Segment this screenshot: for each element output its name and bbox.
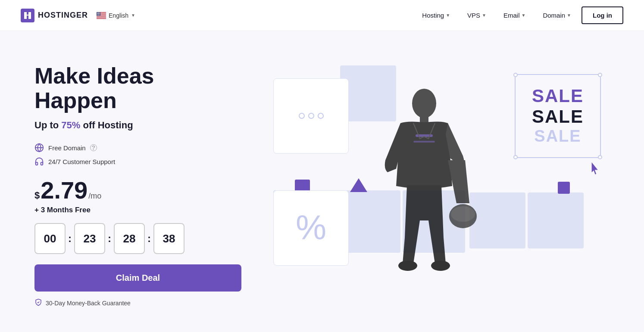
nav-email[interactable]: Email ▼ <box>497 8 532 22</box>
svg-point-26 <box>99 14 100 14</box>
language-chevron: ▼ <box>131 13 135 18</box>
person-svg <box>364 83 485 298</box>
nav-domain[interactable]: Domain ▼ <box>536 8 578 22</box>
language-label: English <box>109 12 128 19</box>
feature-domain-text: Free Domain <box>48 144 86 152</box>
svg-point-14 <box>97 12 98 13</box>
svg-rect-5 <box>97 16 106 16</box>
info-icon: ? <box>90 144 97 151</box>
subtitle-highlight: 75% <box>61 120 80 130</box>
svg-point-15 <box>98 12 98 13</box>
features-list: Free Domain ? 24/7 Customer Support <box>34 143 241 166</box>
navbar: HOSTINGER <box>0 0 644 31</box>
svg-point-41 <box>431 261 450 271</box>
headset-icon <box>34 157 44 166</box>
svg-point-29 <box>98 14 99 15</box>
svg-point-10 <box>98 12 98 12</box>
svg-point-28 <box>98 14 98 15</box>
hero-illustration: % SALE SALE SALE <box>273 65 610 307</box>
countdown-sep-1: : <box>68 233 72 245</box>
months-free: + 3 Months Free <box>34 206 241 214</box>
percent-symbol: % <box>296 211 326 245</box>
svg-point-25 <box>99 14 99 14</box>
svg-point-19 <box>98 13 98 14</box>
hero-section: Make Ideas Happen Up to 75% off Hosting … <box>0 31 644 332</box>
price-currency: $ <box>34 190 40 201</box>
navbar-left: HOSTINGER <box>21 9 135 22</box>
svg-rect-39 <box>420 115 428 123</box>
shield-icon <box>34 298 42 308</box>
dot-3 <box>318 113 324 119</box>
email-chevron: ▼ <box>522 13 526 18</box>
svg-point-30 <box>99 14 100 15</box>
domain-chevron: ▼ <box>567 13 571 18</box>
cursor-arrow-icon <box>590 162 602 177</box>
sale-line-2: SALE <box>532 106 584 127</box>
sale-line-3: SALE <box>534 127 581 146</box>
svg-point-12 <box>99 12 100 12</box>
svg-point-9 <box>97 12 97 12</box>
feature-support-text: 24/7 Customer Support <box>48 158 115 165</box>
svg-rect-45 <box>413 141 435 143</box>
svg-point-35 <box>99 15 100 15</box>
countdown-seconds: 28 <box>114 223 145 254</box>
svg-point-43 <box>451 206 475 222</box>
navbar-right: Hosting ▼ VPS ▼ Email ▼ Domain ▼ Log in <box>415 6 623 24</box>
svg-point-31 <box>100 14 100 15</box>
subtitle-prefix: Up to <box>34 120 61 130</box>
nav-vps[interactable]: VPS ▼ <box>460 8 493 22</box>
logo-icon <box>21 9 34 22</box>
logo[interactable]: HOSTINGER <box>21 9 88 22</box>
sale-corner-tr <box>598 73 602 77</box>
svg-point-40 <box>398 261 417 271</box>
hosting-chevron: ▼ <box>446 13 450 18</box>
svg-point-22 <box>100 13 100 14</box>
pricing: $ 2.79 /mo <box>34 178 241 202</box>
svg-rect-7 <box>97 18 106 18</box>
svg-point-11 <box>98 12 99 12</box>
svg-point-38 <box>412 89 436 118</box>
countdown-hours: 00 <box>34 223 66 254</box>
dot-1 <box>299 113 305 119</box>
deco-square-7 <box>528 192 584 248</box>
svg-point-33 <box>98 15 98 15</box>
hero-title: Make Ideas Happen <box>34 64 241 113</box>
price-period: /mo <box>88 192 101 201</box>
nav-hosting[interactable]: Hosting ▼ <box>415 8 457 22</box>
language-selector[interactable]: English ▼ <box>97 12 135 19</box>
countdown-sep-3: : <box>147 233 151 245</box>
countdown-sep-2: : <box>108 233 111 245</box>
person-illustration <box>334 65 515 298</box>
price-row: $ 2.79 /mo <box>34 178 241 202</box>
guarantee: 30-Day Money-Back Guarantee <box>34 298 241 308</box>
logo-text: HOSTINGER <box>38 11 88 20</box>
claim-deal-button[interactable]: Claim Deal <box>34 264 241 292</box>
subtitle-suffix: off Hosting <box>80 120 133 130</box>
hero-subtitle: Up to 75% off Hosting <box>34 120 241 131</box>
svg-point-21 <box>99 13 100 14</box>
svg-point-34 <box>99 15 99 15</box>
svg-point-24 <box>98 14 98 14</box>
sale-corner-br <box>598 155 602 159</box>
countdown-frames: 38 <box>153 223 184 254</box>
guarantee-text: 30-Day Money-Back Guarantee <box>46 300 131 307</box>
svg-point-20 <box>98 13 99 14</box>
feature-domain: Free Domain ? <box>34 143 241 152</box>
browser-dots <box>299 113 324 119</box>
feature-support: 24/7 Customer Support <box>34 157 241 166</box>
svg-point-32 <box>97 15 98 15</box>
price-amount: 2.79 <box>41 178 88 202</box>
dot-2 <box>308 113 314 119</box>
svg-point-13 <box>100 12 100 12</box>
login-button[interactable]: Log in <box>581 6 623 24</box>
globe-icon <box>34 143 44 152</box>
countdown-timer: 00 : 23 : 28 : 38 <box>34 223 241 254</box>
svg-rect-6 <box>97 17 106 17</box>
vps-chevron: ▼ <box>482 13 486 18</box>
sale-line-1: SALE <box>532 86 584 106</box>
flag-icon <box>97 12 106 19</box>
countdown-minutes: 23 <box>74 223 105 254</box>
svg-point-16 <box>99 12 99 13</box>
svg-point-27 <box>97 14 97 15</box>
svg-point-23 <box>97 14 98 14</box>
